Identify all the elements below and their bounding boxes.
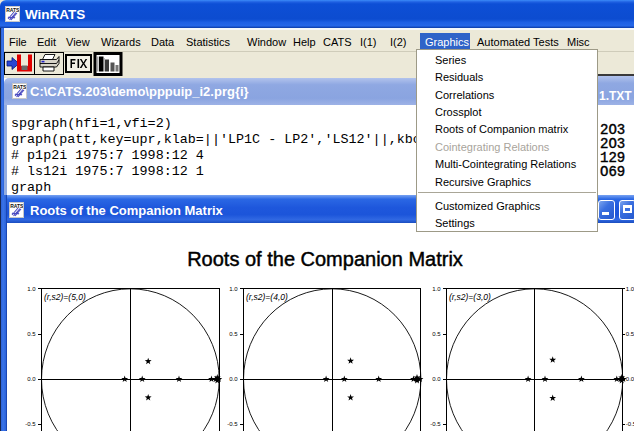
svg-text:0.0: 0.0 xyxy=(229,376,238,382)
svg-text:-0.5: -0.5 xyxy=(227,421,238,427)
svg-text:1.0: 1.0 xyxy=(229,286,238,292)
svg-text:(r,s2)=(3,0): (r,s2)=(3,0) xyxy=(449,292,491,302)
svg-text:0.5: 0.5 xyxy=(626,331,634,337)
svg-text:1.0: 1.0 xyxy=(27,286,36,292)
svg-text:0.5: 0.5 xyxy=(432,331,441,337)
svg-text:(r,s2)=(5,0): (r,s2)=(5,0) xyxy=(44,292,86,302)
svg-text:1.0: 1.0 xyxy=(626,286,634,292)
svg-text:0.0: 0.0 xyxy=(27,376,36,382)
svg-text:0.5: 0.5 xyxy=(229,331,238,337)
svg-text:Roots of the Companion Matrix: Roots of the Companion Matrix xyxy=(187,248,463,270)
svg-text:0.0: 0.0 xyxy=(432,376,441,382)
svg-text:-0.5: -0.5 xyxy=(626,421,634,427)
svg-text:-0.5: -0.5 xyxy=(25,421,36,427)
svg-text:0.0: 0.0 xyxy=(626,376,634,382)
svg-text:-0.5: -0.5 xyxy=(430,421,441,427)
svg-text:1.0: 1.0 xyxy=(432,286,441,292)
svg-text:0.5: 0.5 xyxy=(27,331,36,337)
svg-text:(r,s2)=(4,0): (r,s2)=(4,0) xyxy=(246,292,288,302)
